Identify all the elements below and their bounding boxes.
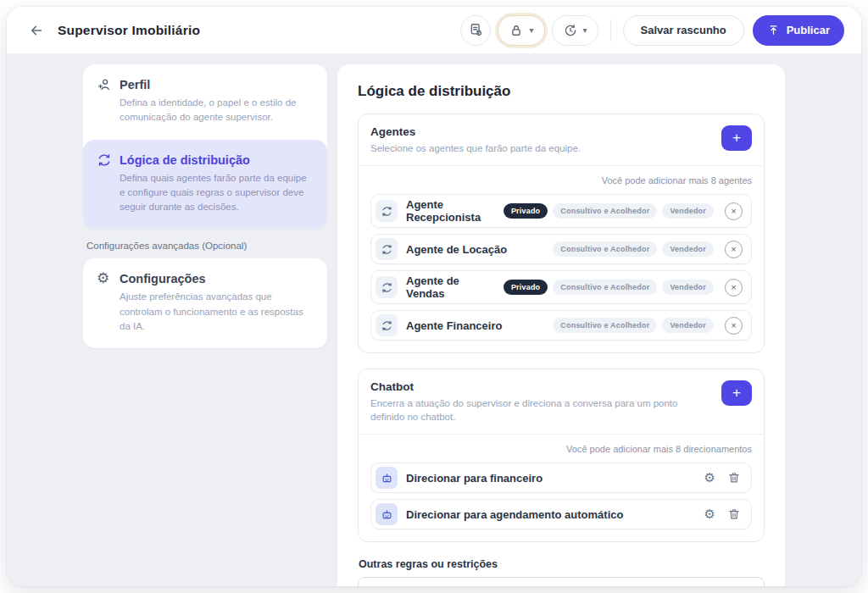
plus-icon: + (732, 385, 741, 402)
private-badge: Privado (504, 203, 548, 219)
sidebar-settings-card: ⚙ Configurações Ajuste preferências avan… (83, 258, 327, 348)
chatbot-limit-note: Você pode adicionar mais 8 direcionament… (370, 444, 752, 454)
agents-section: Agentes Selecione os agentes que farão p… (358, 114, 765, 353)
redirect-settings-button[interactable]: ⚙ (703, 470, 717, 486)
chevron-down-icon: ▾ (583, 26, 587, 35)
redirect-name: Direcionar para agendamento automático (406, 508, 694, 521)
agent-name: Agente Financeiro (406, 319, 544, 332)
sidebar-item-label: Lógica de distribuição (120, 153, 250, 167)
gear-icon: ⚙ (704, 472, 715, 485)
redirect-name: Direcionar para financeiro (406, 472, 694, 485)
chevron-down-icon: ▾ (529, 26, 533, 35)
sidebar-item-label: Configurações (120, 272, 206, 285)
redirect-row: Direcionar para agendamento automático ⚙ (370, 499, 752, 529)
close-icon: × (731, 321, 736, 330)
trash-icon (727, 471, 741, 485)
agent-badges: Consultivo e Acolhedor Vendedor (553, 241, 714, 257)
redirect-delete-button[interactable] (726, 469, 743, 486)
agents-section-title: Agentes (370, 125, 581, 138)
agent-badges: Privado Consultivo e Acolhedor Vendedor (504, 280, 714, 295)
remove-agent-button[interactable]: × (725, 317, 743, 335)
page-title: Supervisor Imobiliário (58, 23, 200, 38)
sidebar-item-description: Defina quais agentes farão parte da equi… (120, 171, 314, 215)
close-icon: × (731, 207, 736, 216)
sidebar-item-description: Defina a identidade, o papel e o estilo … (120, 96, 314, 125)
robot-icon (376, 503, 398, 525)
robot-icon (376, 467, 398, 489)
add-agent-button[interactable]: + (721, 125, 752, 151)
agent-row: Agente Financeiro Consultivo e Acolhedor… (370, 310, 752, 341)
style-badge: Consultivo e Acolhedor (553, 203, 657, 219)
remove-agent-button[interactable]: × (725, 279, 743, 296)
topbar-divider (610, 19, 611, 42)
document-sync-button[interactable] (460, 15, 491, 46)
agent-icon (376, 314, 398, 336)
document-sync-icon (468, 22, 484, 38)
advanced-settings-label: Configurações avançadas (Opcional) (86, 241, 324, 251)
user-plus-icon (97, 77, 112, 92)
lock-icon (509, 23, 524, 38)
sidebar: Perfil Defina a identidade, o papel e o … (83, 64, 327, 348)
redirect-delete-button[interactable] (726, 506, 743, 523)
add-redirect-button[interactable]: + (721, 380, 752, 406)
back-button[interactable] (24, 18, 49, 43)
sidebar-item-configuracoes[interactable]: ⚙ Configurações Ajuste preferências avan… (83, 258, 327, 348)
sidebar-item-label: Perfil (120, 78, 150, 91)
style-badge: Consultivo e Acolhedor (553, 241, 657, 257)
gear-icon: ⚙ (704, 508, 715, 521)
agent-badges: Consultivo e Acolhedor Vendedor (553, 318, 714, 333)
chatbot-section: Chatbot Encerra a atuação do supervisor … (358, 369, 765, 542)
agent-row: Agente de Locação Consultivo e Acolhedor… (370, 234, 752, 264)
agent-row: Agente Recepcionista Privado Consultivo … (370, 194, 752, 228)
agent-icon (376, 276, 398, 298)
save-draft-button[interactable]: Salvar rascunho (623, 15, 744, 46)
content-area: Perfil Defina a identidade, o papel e o … (7, 54, 861, 586)
publish-button[interactable]: Publicar (753, 15, 844, 46)
rules-textarea-wrap (358, 577, 765, 586)
trash-icon (727, 507, 741, 521)
sidebar-item-logica-distribuicao[interactable]: Lógica de distribuição Defina quais agen… (83, 140, 327, 230)
history-dropdown-button[interactable]: ▾ (552, 15, 598, 46)
agent-icon (376, 238, 398, 260)
history-icon (563, 23, 578, 38)
rules-label: Outras regras ou restrições (359, 558, 764, 570)
redirect-settings-button[interactable]: ⚙ (703, 507, 717, 523)
back-arrow-icon (29, 23, 44, 38)
sidebar-nav-card: Perfil Defina a identidade, o papel e o … (83, 64, 327, 229)
agent-name: Agente de Vendas (406, 274, 495, 300)
close-icon: × (731, 245, 736, 254)
gear-icon: ⚙ (97, 271, 112, 286)
agents-section-subtitle: Selecione os agentes que farão parte da … (370, 141, 581, 155)
topbar: Supervisor Imobiliário ▾ (7, 7, 861, 54)
privacy-dropdown-button[interactable]: ▾ (498, 15, 544, 46)
upload-icon (767, 24, 780, 36)
agent-badges: Privado Consultivo e Acolhedor Vendedor (504, 203, 714, 219)
rules-textarea[interactable] (358, 577, 765, 586)
sidebar-item-description: Ajuste preferências avançadas que contro… (120, 290, 314, 334)
sidebar-item-perfil[interactable]: Perfil Defina a identidade, o papel e o … (83, 64, 327, 140)
role-badge: Vendedor (662, 241, 714, 257)
remove-agent-button[interactable]: × (725, 241, 743, 258)
style-badge: Consultivo e Acolhedor (553, 318, 657, 333)
chatbot-section-title: Chatbot (370, 380, 711, 393)
agent-row: Agente de Vendas Privado Consultivo e Ac… (370, 270, 752, 304)
redirect-row: Direcionar para financeiro ⚙ (370, 463, 752, 493)
remove-agent-button[interactable]: × (725, 202, 743, 220)
panel-title: Lógica de distribuição (358, 83, 765, 100)
agents-limit-note: Você pode adicionar mais 8 agentes (370, 175, 752, 186)
agent-name: Agente Recepcionista (406, 198, 495, 224)
agent-name: Agente de Locação (406, 243, 544, 256)
role-badge: Vendedor (662, 280, 714, 295)
close-icon: × (731, 283, 736, 292)
role-badge: Vendedor (662, 318, 714, 333)
publish-label: Publicar (787, 24, 830, 36)
role-badge: Vendedor (662, 203, 714, 219)
sync-arrows-icon (97, 152, 112, 168)
agent-icon (376, 200, 398, 222)
style-badge: Consultivo e Acolhedor (553, 280, 657, 295)
chatbot-section-subtitle: Encerra a atuação do supervisor e direci… (370, 396, 711, 424)
private-badge: Privado (504, 280, 548, 295)
app-window: Supervisor Imobiliário ▾ (7, 7, 861, 586)
plus-icon: + (732, 130, 741, 147)
main-panel: Lógica de distribuição Agentes Selecione… (337, 64, 785, 586)
